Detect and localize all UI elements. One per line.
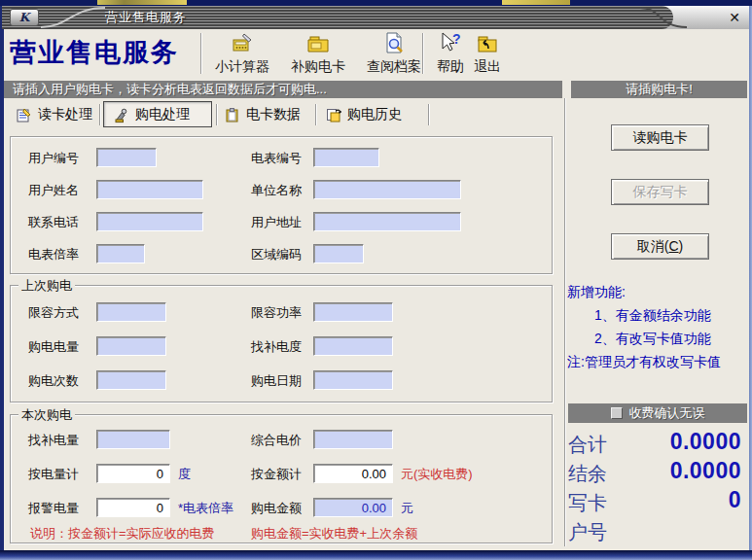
user-no-input[interactable] xyxy=(96,148,157,167)
energy-input[interactable] xyxy=(96,336,166,356)
card-history-icon xyxy=(325,107,341,123)
total-value: 0.0000 xyxy=(670,429,741,455)
address-input[interactable] xyxy=(313,212,461,231)
cancel-label: ) xyxy=(679,238,684,254)
toolbar-label: 小计算器 xyxy=(215,58,269,76)
clipboard-icon xyxy=(224,107,240,123)
card-prompt: 请插购电卡! xyxy=(571,81,747,98)
alarm-energy-input[interactable] xyxy=(96,498,170,517)
page-title: 营业售电服务 xyxy=(10,35,179,70)
toolbar-separator xyxy=(200,33,202,74)
notepad-pen-icon xyxy=(16,107,32,123)
tab-label: 电卡数据 xyxy=(246,106,301,123)
adjust-degree-input[interactable] xyxy=(313,336,393,356)
feature-note: 注:管理员才有权改写卡值 xyxy=(567,350,750,373)
field-label: 购电次数 xyxy=(28,371,79,391)
adjust-energy-input[interactable] xyxy=(96,430,170,449)
group-legend: 上次购电 xyxy=(18,277,75,295)
close-button[interactable]: ✕ xyxy=(729,6,740,29)
tab-purchase-process[interactable]: 购电处理 xyxy=(113,103,190,126)
exit-icon xyxy=(475,31,500,56)
save-write-card-button: 保存写卡 xyxy=(611,179,709,205)
by-amount-input[interactable] xyxy=(313,464,393,483)
titlebar-curve xyxy=(636,6,695,29)
date-input[interactable] xyxy=(313,370,393,390)
last-purchase-group: 上次购电 限容方式 限容功率 购电电量 找补电度 购电次数 购电日期 xyxy=(10,285,553,402)
field-label: 用户地址 xyxy=(251,213,302,232)
calculator-icon xyxy=(230,31,255,56)
help-icon: ? xyxy=(438,31,463,56)
document-search-icon xyxy=(381,31,407,56)
toolbar-label: 查阅档案 xyxy=(367,58,421,76)
by-energy-input[interactable] xyxy=(96,464,170,483)
field-label: 找补电度 xyxy=(251,337,302,357)
unit-suffix: 元(实收电费) xyxy=(401,465,473,484)
status-message: 请插入用户购电卡，读卡分析电表返回数据后才可购电... xyxy=(4,81,562,98)
limit-mode-input[interactable] xyxy=(96,302,166,322)
cancel-label: 取消( xyxy=(637,238,669,254)
total-label: 合计 xyxy=(568,432,607,458)
phone-input[interactable] xyxy=(96,212,203,231)
tab-label: 购电处理 xyxy=(135,106,190,123)
field-label: 购电金额 xyxy=(251,499,302,518)
meter-no-input[interactable] xyxy=(313,148,379,167)
field-label: 电表倍率 xyxy=(28,245,79,264)
tab-card-data[interactable]: 电卡数据 xyxy=(224,103,301,126)
panel-divider xyxy=(564,98,566,546)
meter-ratio-input[interactable] xyxy=(96,244,145,263)
feature-title: 新增功能: xyxy=(567,280,750,303)
current-purchase-group: 本次购电 找补电量 综合电价 按电量计 度 按金额计 元(实收电费) 报警电量 … xyxy=(10,414,553,543)
balance-label: 结余 xyxy=(568,461,607,487)
window-edge xyxy=(0,550,752,560)
account-no-label: 户号 xyxy=(568,519,607,545)
supplement-card-button[interactable]: 补购电卡 xyxy=(282,31,354,77)
tab-purchase-history[interactable]: 购电历史 xyxy=(325,103,402,126)
confirm-label: 收费确认无误 xyxy=(629,404,705,422)
feature-item: 1、有金额结余功能 xyxy=(567,303,750,327)
write-card-row: 写卡 0 xyxy=(568,487,745,516)
feature-notes: 新增功能: 1、有金额结余功能 2、有改写卡值功能 注:管理员才有权改写卡值 xyxy=(567,280,750,373)
unit-name-input[interactable] xyxy=(313,180,461,199)
field-label: 限容功率 xyxy=(251,303,302,323)
field-label: 找补电量 xyxy=(28,431,79,450)
background-window-fragment xyxy=(502,0,570,5)
tab-separator xyxy=(216,104,218,125)
view-archive-button[interactable]: 查阅档案 xyxy=(358,31,430,77)
help-button[interactable]: ? 帮助 xyxy=(430,31,471,77)
toolbar-separator xyxy=(422,33,424,74)
area-code-input[interactable] xyxy=(313,244,364,263)
field-label: 用户编号 xyxy=(28,149,79,168)
cancel-button[interactable]: 取消(C) xyxy=(611,233,709,260)
user-name-input[interactable] xyxy=(96,180,203,199)
toolbar-label: 帮助 xyxy=(437,58,464,76)
field-label: 报警电量 xyxy=(28,499,79,518)
group-legend: 本次购电 xyxy=(18,406,75,424)
account-no-row: 户号 xyxy=(568,516,745,545)
writing-pen-icon xyxy=(113,107,129,123)
field-label: 综合电价 xyxy=(251,431,302,450)
exit-button[interactable]: 退出 xyxy=(467,31,508,77)
confirm-checkbox[interactable] xyxy=(611,407,623,419)
read-card-button[interactable]: 读购电卡 xyxy=(611,124,709,151)
calculator-button[interactable]: 小计算器 xyxy=(206,31,278,77)
toolbar-label: 补购电卡 xyxy=(291,58,345,76)
unit-suffix: 元 xyxy=(401,499,413,518)
titlebar-curve xyxy=(39,6,107,29)
tab-separator xyxy=(315,104,317,125)
user-info-group: 用户编号 电表编号 用户姓名 单位名称 联系电话 用户地址 电表倍率 区域编码 xyxy=(10,136,553,274)
field-label: 购电日期 xyxy=(251,371,302,391)
times-input[interactable] xyxy=(96,370,166,390)
app-icon-glyph: K xyxy=(19,11,29,24)
tab-label: 读卡处理 xyxy=(38,106,92,123)
tab-separator xyxy=(99,104,101,125)
unit-suffix: *电表倍率 xyxy=(178,499,233,518)
tab-read-card[interactable]: 读卡处理 xyxy=(16,103,92,126)
comprehensive-price-input[interactable] xyxy=(313,430,393,449)
limit-power-input[interactable] xyxy=(313,302,393,322)
background-window-fragment xyxy=(97,0,187,5)
app-window: K 营业售电服务 ✕ 营业售电服务 小计算器 补购电卡 xyxy=(0,0,752,560)
titlebar[interactable]: K 营业售电服务 ✕ xyxy=(2,6,750,29)
confirm-bar: 收费确认无误 xyxy=(568,403,747,423)
purchase-amount-input[interactable] xyxy=(313,498,393,517)
folder-card-icon xyxy=(305,31,331,56)
